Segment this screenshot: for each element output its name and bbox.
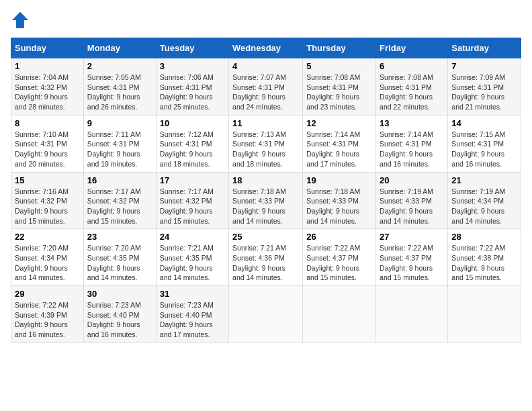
day-number: 22 xyxy=(15,232,80,242)
day-info: Sunrise: 7:16 AM Sunset: 4:32 PM Dayligh… xyxy=(15,187,69,225)
calendar-cell: 31 Sunrise: 7:23 AM Sunset: 4:40 PM Dayl… xyxy=(156,286,228,343)
day-info: Sunrise: 7:13 AM Sunset: 4:31 PM Dayligh… xyxy=(232,130,286,168)
day-info: Sunrise: 7:19 AM Sunset: 4:33 PM Dayligh… xyxy=(380,187,433,225)
calendar-cell: 6 Sunrise: 7:08 AM Sunset: 4:31 PM Dayli… xyxy=(376,58,448,116)
day-info: Sunrise: 7:22 AM Sunset: 4:37 PM Dayligh… xyxy=(306,244,360,281)
calendar-cell: 8 Sunrise: 7:10 AM Sunset: 4:31 PM Dayli… xyxy=(11,115,84,172)
calendar-cell: 22 Sunrise: 7:20 AM Sunset: 4:34 PM Dayl… xyxy=(11,229,84,286)
day-number: 27 xyxy=(380,232,444,242)
day-info: Sunrise: 7:19 AM Sunset: 4:34 PM Dayligh… xyxy=(451,187,505,225)
day-number: 14 xyxy=(451,118,517,128)
calendar-cell: 4 Sunrise: 7:07 AM Sunset: 4:31 PM Dayli… xyxy=(229,58,303,116)
calendar-cell: 11 Sunrise: 7:13 AM Sunset: 4:31 PM Dayl… xyxy=(229,115,303,172)
day-number: 7 xyxy=(451,61,517,71)
day-number: 21 xyxy=(451,175,517,185)
day-number: 24 xyxy=(160,232,225,242)
day-info: Sunrise: 7:08 AM Sunset: 4:31 PM Dayligh… xyxy=(306,73,360,111)
day-number: 18 xyxy=(232,175,299,185)
calendar-cell: 27 Sunrise: 7:22 AM Sunset: 4:37 PM Dayl… xyxy=(376,229,448,286)
day-info: Sunrise: 7:09 AM Sunset: 4:31 PM Dayligh… xyxy=(451,73,505,111)
calendar-week-1: 1 Sunrise: 7:04 AM Sunset: 4:32 PM Dayli… xyxy=(11,58,521,116)
day-number: 19 xyxy=(306,175,372,185)
day-info: Sunrise: 7:08 AM Sunset: 4:31 PM Dayligh… xyxy=(380,73,433,111)
day-number: 15 xyxy=(15,175,80,185)
weekday-header-thursday: Thursday xyxy=(303,38,376,58)
day-info: Sunrise: 7:23 AM Sunset: 4:40 PM Dayligh… xyxy=(160,301,214,338)
calendar-cell: 21 Sunrise: 7:19 AM Sunset: 4:34 PM Dayl… xyxy=(448,172,521,229)
day-number: 1 xyxy=(15,61,80,71)
day-info: Sunrise: 7:06 AM Sunset: 4:31 PM Dayligh… xyxy=(160,73,214,111)
day-number: 20 xyxy=(380,175,444,185)
calendar-cell: 28 Sunrise: 7:22 AM Sunset: 4:38 PM Dayl… xyxy=(448,229,521,286)
day-info: Sunrise: 7:10 AM Sunset: 4:31 PM Dayligh… xyxy=(15,130,69,168)
day-info: Sunrise: 7:15 AM Sunset: 4:31 PM Dayligh… xyxy=(451,130,505,168)
day-number: 6 xyxy=(380,61,444,71)
day-info: Sunrise: 7:22 AM Sunset: 4:37 PM Dayligh… xyxy=(380,244,433,281)
day-number: 12 xyxy=(306,118,372,128)
calendar-body: 1 Sunrise: 7:04 AM Sunset: 4:32 PM Dayli… xyxy=(11,58,521,343)
calendar-cell: 5 Sunrise: 7:08 AM Sunset: 4:31 PM Dayli… xyxy=(303,58,376,116)
calendar-cell: 19 Sunrise: 7:18 AM Sunset: 4:33 PM Dayl… xyxy=(303,172,376,229)
page-header xyxy=(11,11,521,30)
calendar-header: SundayMondayTuesdayWednesdayThursdayFrid… xyxy=(11,38,521,58)
day-number: 26 xyxy=(306,232,372,242)
day-info: Sunrise: 7:21 AM Sunset: 4:35 PM Dayligh… xyxy=(160,244,214,281)
calendar-table: SundayMondayTuesdayWednesdayThursdayFrid… xyxy=(11,38,521,343)
calendar-cell: 3 Sunrise: 7:06 AM Sunset: 4:31 PM Dayli… xyxy=(156,58,228,116)
day-info: Sunrise: 7:18 AM Sunset: 4:33 PM Dayligh… xyxy=(232,187,286,225)
day-number: 2 xyxy=(87,61,152,71)
weekday-header-friday: Friday xyxy=(376,38,448,58)
calendar-cell: 17 Sunrise: 7:17 AM Sunset: 4:32 PM Dayl… xyxy=(156,172,228,229)
calendar-week-4: 22 Sunrise: 7:20 AM Sunset: 4:34 PM Dayl… xyxy=(11,229,521,286)
weekday-header-saturday: Saturday xyxy=(448,38,521,58)
logo xyxy=(11,11,32,30)
day-info: Sunrise: 7:07 AM Sunset: 4:31 PM Dayligh… xyxy=(232,73,286,111)
calendar-cell: 16 Sunrise: 7:17 AM Sunset: 4:32 PM Dayl… xyxy=(83,172,156,229)
calendar-cell xyxy=(229,286,303,343)
day-info: Sunrise: 7:05 AM Sunset: 4:31 PM Dayligh… xyxy=(87,73,141,111)
day-number: 25 xyxy=(232,232,299,242)
logo-icon xyxy=(11,11,30,30)
day-number: 30 xyxy=(87,289,152,299)
day-info: Sunrise: 7:22 AM Sunset: 4:39 PM Dayligh… xyxy=(15,301,69,338)
day-number: 4 xyxy=(232,61,299,71)
calendar-cell: 20 Sunrise: 7:19 AM Sunset: 4:33 PM Dayl… xyxy=(376,172,448,229)
calendar-cell: 13 Sunrise: 7:14 AM Sunset: 4:31 PM Dayl… xyxy=(376,115,448,172)
calendar-cell: 12 Sunrise: 7:14 AM Sunset: 4:31 PM Dayl… xyxy=(303,115,376,172)
calendar-cell: 1 Sunrise: 7:04 AM Sunset: 4:32 PM Dayli… xyxy=(11,58,84,116)
weekday-row: SundayMondayTuesdayWednesdayThursdayFrid… xyxy=(11,38,521,58)
day-info: Sunrise: 7:14 AM Sunset: 4:31 PM Dayligh… xyxy=(380,130,433,168)
calendar-cell: 25 Sunrise: 7:21 AM Sunset: 4:36 PM Dayl… xyxy=(229,229,303,286)
day-info: Sunrise: 7:20 AM Sunset: 4:35 PM Dayligh… xyxy=(87,244,141,281)
day-number: 29 xyxy=(15,289,80,299)
calendar-week-5: 29 Sunrise: 7:22 AM Sunset: 4:39 PM Dayl… xyxy=(11,286,521,343)
day-number: 28 xyxy=(451,232,517,242)
day-number: 9 xyxy=(87,118,152,128)
calendar-week-3: 15 Sunrise: 7:16 AM Sunset: 4:32 PM Dayl… xyxy=(11,172,521,229)
day-number: 17 xyxy=(160,175,225,185)
calendar-cell: 14 Sunrise: 7:15 AM Sunset: 4:31 PM Dayl… xyxy=(448,115,521,172)
day-info: Sunrise: 7:17 AM Sunset: 4:32 PM Dayligh… xyxy=(160,187,214,225)
weekday-header-tuesday: Tuesday xyxy=(156,38,228,58)
calendar-cell: 29 Sunrise: 7:22 AM Sunset: 4:39 PM Dayl… xyxy=(11,286,84,343)
calendar-cell: 24 Sunrise: 7:21 AM Sunset: 4:35 PM Dayl… xyxy=(156,229,228,286)
day-info: Sunrise: 7:21 AM Sunset: 4:36 PM Dayligh… xyxy=(232,244,286,281)
weekday-header-monday: Monday xyxy=(83,38,156,58)
day-info: Sunrise: 7:14 AM Sunset: 4:31 PM Dayligh… xyxy=(306,130,360,168)
day-info: Sunrise: 7:04 AM Sunset: 4:32 PM Dayligh… xyxy=(15,73,69,111)
day-number: 13 xyxy=(380,118,444,128)
day-number: 5 xyxy=(306,61,372,71)
day-info: Sunrise: 7:11 AM Sunset: 4:31 PM Dayligh… xyxy=(87,130,141,168)
day-info: Sunrise: 7:23 AM Sunset: 4:40 PM Dayligh… xyxy=(87,301,141,338)
calendar-cell xyxy=(376,286,448,343)
calendar-cell: 10 Sunrise: 7:12 AM Sunset: 4:31 PM Dayl… xyxy=(156,115,228,172)
day-number: 23 xyxy=(87,232,152,242)
calendar-cell xyxy=(303,286,376,343)
day-number: 16 xyxy=(87,175,152,185)
calendar-cell: 30 Sunrise: 7:23 AM Sunset: 4:40 PM Dayl… xyxy=(83,286,156,343)
calendar-cell: 7 Sunrise: 7:09 AM Sunset: 4:31 PM Dayli… xyxy=(448,58,521,116)
day-info: Sunrise: 7:20 AM Sunset: 4:34 PM Dayligh… xyxy=(15,244,69,281)
day-info: Sunrise: 7:18 AM Sunset: 4:33 PM Dayligh… xyxy=(306,187,360,225)
day-number: 11 xyxy=(232,118,299,128)
calendar-cell: 2 Sunrise: 7:05 AM Sunset: 4:31 PM Dayli… xyxy=(83,58,156,116)
